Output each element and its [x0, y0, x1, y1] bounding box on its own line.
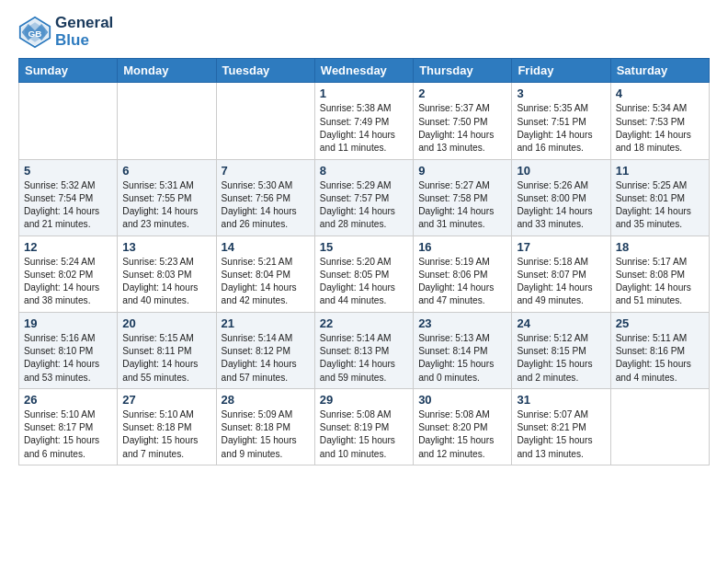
calendar-cell: 17Sunrise: 5:18 AMSunset: 8:07 PMDayligh…	[512, 236, 610, 312]
day-info: Sunrise: 5:37 AMSunset: 7:50 PMDaylight:…	[418, 102, 506, 155]
day-number: 13	[122, 240, 210, 254]
calendar-cell: 5Sunrise: 5:32 AMSunset: 7:54 PMDaylight…	[19, 159, 118, 236]
day-number: 15	[320, 240, 408, 254]
calendar-cell: 31Sunrise: 5:07 AMSunset: 8:21 PMDayligh…	[512, 388, 610, 465]
day-number: 23	[418, 316, 506, 330]
day-info: Sunrise: 5:27 AMSunset: 7:58 PMDaylight:…	[418, 179, 506, 232]
day-number: 20	[122, 316, 210, 330]
calendar-cell	[19, 83, 118, 159]
day-info: Sunrise: 5:29 AMSunset: 7:57 PMDaylight:…	[320, 179, 408, 232]
weekday-header-monday: Monday	[118, 59, 216, 83]
calendar-table: SundayMondayTuesdayWednesdayThursdayFrid…	[18, 58, 710, 465]
day-number: 14	[222, 240, 310, 254]
calendar-cell: 3Sunrise: 5:35 AMSunset: 7:51 PMDaylight…	[512, 83, 610, 159]
week-row: 19Sunrise: 5:16 AMSunset: 8:10 PMDayligh…	[19, 312, 710, 388]
calendar-cell: 7Sunrise: 5:30 AMSunset: 7:56 PMDaylight…	[216, 159, 314, 236]
calendar-cell	[216, 83, 314, 159]
day-info: Sunrise: 5:25 AMSunset: 8:01 PMDaylight:…	[616, 179, 704, 232]
day-info: Sunrise: 5:32 AMSunset: 7:54 PMDaylight:…	[24, 179, 112, 232]
day-info: Sunrise: 5:19 AMSunset: 8:06 PMDaylight:…	[418, 256, 506, 308]
week-row: 1Sunrise: 5:38 AMSunset: 7:49 PMDaylight…	[19, 83, 710, 159]
calendar-cell: 14Sunrise: 5:21 AMSunset: 8:04 PMDayligh…	[216, 236, 314, 312]
day-info: Sunrise: 5:07 AMSunset: 8:21 PMDaylight:…	[517, 408, 605, 461]
calendar-cell: 26Sunrise: 5:10 AMSunset: 8:17 PMDayligh…	[19, 388, 118, 465]
calendar-cell: 25Sunrise: 5:11 AMSunset: 8:16 PMDayligh…	[610, 312, 709, 388]
day-number: 21	[222, 316, 310, 330]
calendar-cell: 13Sunrise: 5:23 AMSunset: 8:03 PMDayligh…	[118, 236, 216, 312]
day-info: Sunrise: 5:23 AMSunset: 8:03 PMDaylight:…	[122, 256, 210, 308]
calendar-cell	[610, 388, 709, 465]
week-row: 5Sunrise: 5:32 AMSunset: 7:54 PMDaylight…	[19, 159, 710, 236]
calendar-cell: 28Sunrise: 5:09 AMSunset: 8:18 PMDayligh…	[216, 388, 314, 465]
day-number: 7	[222, 164, 310, 178]
day-info: Sunrise: 5:08 AMSunset: 8:20 PMDaylight:…	[418, 408, 506, 461]
calendar-cell: 8Sunrise: 5:29 AMSunset: 7:57 PMDaylight…	[314, 159, 413, 236]
calendar-cell: 20Sunrise: 5:15 AMSunset: 8:11 PMDayligh…	[118, 312, 216, 388]
calendar-cell: 22Sunrise: 5:14 AMSunset: 8:13 PMDayligh…	[314, 312, 413, 388]
day-info: Sunrise: 5:21 AMSunset: 8:04 PMDaylight:…	[222, 256, 310, 308]
logo-text: General Blue	[55, 15, 113, 49]
day-number: 24	[517, 316, 605, 330]
week-row: 12Sunrise: 5:24 AMSunset: 8:02 PMDayligh…	[19, 236, 710, 312]
day-number: 17	[517, 240, 605, 254]
day-number: 6	[122, 164, 210, 178]
weekday-header-tuesday: Tuesday	[216, 59, 314, 83]
day-info: Sunrise: 5:38 AMSunset: 7:49 PMDaylight:…	[320, 102, 408, 155]
day-info: Sunrise: 5:08 AMSunset: 8:19 PMDaylight:…	[320, 408, 408, 461]
day-info: Sunrise: 5:34 AMSunset: 7:53 PMDaylight:…	[616, 102, 704, 155]
day-info: Sunrise: 5:14 AMSunset: 8:13 PMDaylight:…	[320, 332, 408, 385]
calendar-cell: 27Sunrise: 5:10 AMSunset: 8:18 PMDayligh…	[118, 388, 216, 465]
svg-text:GB: GB	[28, 28, 42, 38]
day-info: Sunrise: 5:09 AMSunset: 8:18 PMDaylight:…	[222, 408, 310, 461]
calendar-cell: 10Sunrise: 5:26 AMSunset: 8:00 PMDayligh…	[512, 159, 610, 236]
day-info: Sunrise: 5:35 AMSunset: 7:51 PMDaylight:…	[517, 102, 605, 155]
day-number: 29	[320, 393, 408, 407]
page: GB General Blue SundayMondayTuesdayWedne…	[0, 0, 728, 480]
weekday-header-wednesday: Wednesday	[314, 59, 413, 83]
day-number: 26	[24, 393, 112, 407]
day-info: Sunrise: 5:12 AMSunset: 8:15 PMDaylight:…	[517, 332, 605, 385]
calendar-cell	[118, 83, 216, 159]
day-number: 27	[122, 393, 210, 407]
weekday-header-thursday: Thursday	[414, 59, 512, 83]
calendar-cell: 18Sunrise: 5:17 AMSunset: 8:08 PMDayligh…	[610, 236, 709, 312]
weekday-header-saturday: Saturday	[610, 59, 709, 83]
header: GB General Blue	[18, 15, 710, 49]
calendar-cell: 15Sunrise: 5:20 AMSunset: 8:05 PMDayligh…	[314, 236, 413, 312]
day-number: 16	[418, 240, 506, 254]
day-info: Sunrise: 5:14 AMSunset: 8:12 PMDaylight:…	[222, 332, 310, 385]
day-number: 8	[320, 164, 408, 178]
day-info: Sunrise: 5:26 AMSunset: 8:00 PMDaylight:…	[517, 179, 605, 232]
day-info: Sunrise: 5:17 AMSunset: 8:08 PMDaylight:…	[616, 256, 704, 308]
day-info: Sunrise: 5:24 AMSunset: 8:02 PMDaylight:…	[24, 256, 112, 308]
calendar-cell: 6Sunrise: 5:31 AMSunset: 7:55 PMDaylight…	[118, 159, 216, 236]
day-info: Sunrise: 5:20 AMSunset: 8:05 PMDaylight:…	[320, 256, 408, 308]
calendar-body: 1Sunrise: 5:38 AMSunset: 7:49 PMDaylight…	[19, 83, 710, 465]
weekday-row: SundayMondayTuesdayWednesdayThursdayFrid…	[19, 59, 710, 83]
day-info: Sunrise: 5:16 AMSunset: 8:10 PMDaylight:…	[24, 332, 112, 385]
day-number: 19	[24, 316, 112, 330]
day-number: 3	[517, 86, 605, 100]
day-number: 30	[418, 393, 506, 407]
calendar-cell: 29Sunrise: 5:08 AMSunset: 8:19 PMDayligh…	[314, 388, 413, 465]
calendar-cell: 2Sunrise: 5:37 AMSunset: 7:50 PMDaylight…	[414, 83, 512, 159]
day-number: 12	[24, 240, 112, 254]
calendar-cell: 24Sunrise: 5:12 AMSunset: 8:15 PMDayligh…	[512, 312, 610, 388]
day-number: 9	[418, 164, 506, 178]
day-info: Sunrise: 5:18 AMSunset: 8:07 PMDaylight:…	[517, 256, 605, 308]
day-number: 22	[320, 316, 408, 330]
calendar-cell: 9Sunrise: 5:27 AMSunset: 7:58 PMDaylight…	[414, 159, 512, 236]
day-number: 25	[616, 316, 704, 330]
day-number: 10	[517, 164, 605, 178]
day-number: 18	[616, 240, 704, 254]
day-info: Sunrise: 5:11 AMSunset: 8:16 PMDaylight:…	[616, 332, 704, 385]
day-number: 4	[616, 86, 704, 100]
calendar-cell: 16Sunrise: 5:19 AMSunset: 8:06 PMDayligh…	[414, 236, 512, 312]
calendar-cell: 11Sunrise: 5:25 AMSunset: 8:01 PMDayligh…	[610, 159, 709, 236]
week-row: 26Sunrise: 5:10 AMSunset: 8:17 PMDayligh…	[19, 388, 710, 465]
day-info: Sunrise: 5:10 AMSunset: 8:18 PMDaylight:…	[122, 408, 210, 461]
weekday-header-friday: Friday	[512, 59, 610, 83]
calendar-cell: 30Sunrise: 5:08 AMSunset: 8:20 PMDayligh…	[414, 388, 512, 465]
calendar-cell: 1Sunrise: 5:38 AMSunset: 7:49 PMDaylight…	[314, 83, 413, 159]
day-number: 2	[418, 86, 506, 100]
